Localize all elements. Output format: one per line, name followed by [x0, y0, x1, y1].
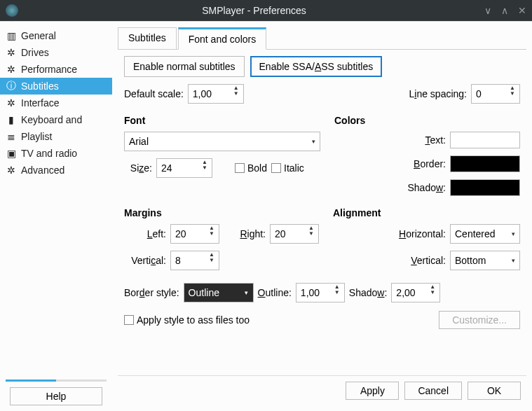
sidebar-item-label: Subtitles — [21, 81, 59, 92]
font-group-label: Font — [124, 115, 320, 126]
default-scale-spinner[interactable]: 1,00▲▼ — [188, 84, 244, 104]
sidebar-item-label: Advanced — [21, 165, 64, 176]
customize-button: Customize... — [439, 311, 520, 329]
bold-checkbox[interactable]: Bold — [235, 162, 267, 174]
sidebar-item-playlist[interactable]: ≣Playlist — [0, 128, 112, 145]
shadow-value-label: Shadow: — [349, 287, 388, 298]
checkbox-box-icon — [124, 315, 134, 325]
sidebar-item-general[interactable]: ▥General — [0, 27, 112, 44]
subtab-normal[interactable]: Enable normal subtitles — [124, 56, 245, 77]
left-margin-label: Left: — [124, 228, 166, 239]
gear-icon: ✲ — [6, 64, 17, 75]
shadow-spinner[interactable]: 2,00▲▼ — [391, 283, 440, 302]
sidebar-item-subtitles[interactable]: ⓘSubtitles — [0, 78, 112, 95]
default-scale-label: Default scale: — [124, 88, 184, 99]
keyboard-icon: ▮ — [6, 114, 17, 125]
size-label: Size: — [124, 162, 152, 174]
vertical-margin-spinner[interactable]: 8▲▼ — [170, 251, 219, 270]
chevron-down-icon[interactable]: ▾ — [308, 133, 318, 150]
spinner-arrows-icon[interactable]: ▲▼ — [202, 160, 210, 176]
colors-group-label: Colors — [334, 115, 520, 126]
line-spacing-spinner[interactable]: 0▲▼ — [471, 84, 520, 104]
gear-icon: ✲ — [6, 97, 17, 109]
minimize-icon[interactable]: ∨ — [484, 5, 491, 16]
size-spinner[interactable]: 24▲▼ — [156, 158, 212, 178]
sidebar-item-label: Playlist — [21, 131, 52, 142]
sidebar-item-label: Interface — [21, 97, 59, 109]
shadow-color-swatch[interactable] — [450, 179, 520, 196]
border-color-label: Border: — [334, 158, 446, 169]
outline-spinner[interactable]: 1,00▲▼ — [296, 283, 345, 302]
sidebar-item-label: Performance — [21, 64, 77, 75]
main-area: Subtitles Font and colors Enable normal … — [112, 22, 532, 411]
gear-icon: ✲ — [6, 47, 17, 58]
chevron-down-icon[interactable]: ▾ — [508, 252, 518, 269]
gear-icon: ✲ — [6, 165, 17, 176]
info-icon: ⓘ — [6, 81, 17, 92]
checkbox-box-icon — [271, 163, 281, 173]
text-color-label: Text: — [334, 134, 446, 146]
border-style-combo[interactable]: Outline▾ — [184, 283, 254, 302]
sidebar-item-advanced[interactable]: ✲Advanced — [0, 162, 112, 179]
close-icon[interactable]: ✕ — [518, 5, 526, 16]
list-icon: ≣ — [6, 131, 17, 142]
text-color-swatch[interactable] — [450, 132, 520, 148]
margins-group-label: Margins — [124, 207, 319, 218]
right-margin-label: Right: — [224, 228, 266, 239]
window-title: SMPlayer - Preferences — [24, 5, 484, 16]
sidebar: ▥General ✲Drives ✲Performance ⓘSubtitles… — [0, 22, 112, 411]
spinner-arrows-icon[interactable]: ▲▼ — [430, 284, 438, 301]
dialog-button-row: Apply Cancel OK — [118, 375, 526, 405]
sidebar-item-performance[interactable]: ✲Performance — [0, 61, 112, 78]
vertical-align-combo[interactable]: Bottom▾ — [450, 251, 520, 270]
border-style-label: Border style: — [124, 287, 179, 298]
sidebar-item-label: Drives — [21, 47, 49, 58]
sidebar-item-interface[interactable]: ✲Interface — [0, 95, 112, 111]
line-spacing-label: Line spacing: — [409, 88, 467, 99]
spinner-arrows-icon[interactable]: ▲▼ — [233, 85, 242, 102]
titlebar: SMPlayer - Preferences ∨ ∧ ✕ — [0, 0, 532, 21]
italic-checkbox[interactable]: Italic — [271, 162, 304, 174]
tv-icon: ▣ — [6, 148, 17, 159]
cancel-button[interactable]: Cancel — [404, 382, 462, 400]
subtab-ssa[interactable]: Enable SSA/ASS subtitles — [250, 56, 383, 77]
app-logo-icon — [6, 4, 18, 17]
apply-ass-checkbox[interactable]: Apply style to ass files too — [124, 314, 250, 326]
right-margin-spinner[interactable]: 20▲▼ — [270, 224, 319, 244]
sliders-icon: ▥ — [6, 30, 17, 41]
sidebar-item-keyboard[interactable]: ▮Keyboard and — [0, 111, 112, 128]
top-tabs: Subtitles Font and colors — [118, 27, 526, 50]
apply-button[interactable]: Apply — [346, 382, 399, 400]
vertical-align-label: Vertical: — [333, 255, 446, 266]
checkbox-box-icon — [235, 163, 245, 173]
vertical-margin-label: Vertical: — [124, 255, 166, 266]
border-color-swatch[interactable] — [450, 155, 520, 172]
spinner-arrows-icon[interactable]: ▲▼ — [209, 225, 217, 242]
ok-button[interactable]: OK — [468, 382, 521, 400]
sidebar-item-label: General — [21, 30, 56, 41]
sidebar-item-drives[interactable]: ✲Drives — [0, 44, 112, 61]
left-margin-spinner[interactable]: 20▲▼ — [170, 224, 219, 244]
sidebar-item-label: Keyboard and — [21, 114, 82, 125]
spinner-arrows-icon[interactable]: ▲▼ — [308, 225, 317, 242]
alignment-group-label: Alignment — [333, 207, 520, 218]
horizontal-align-combo[interactable]: Centered▾ — [450, 224, 520, 244]
tab-font-colors[interactable]: Font and colors — [178, 27, 267, 50]
spinner-arrows-icon[interactable]: ▲▼ — [334, 284, 343, 301]
outline-label: Outline: — [258, 287, 292, 298]
tab-subtitles[interactable]: Subtitles — [118, 27, 177, 49]
maximize-icon[interactable]: ∧ — [501, 5, 508, 16]
shadow-color-label: Shadow: — [334, 182, 446, 193]
chevron-down-icon[interactable]: ▾ — [242, 284, 252, 301]
chevron-down-icon[interactable]: ▾ — [508, 225, 518, 242]
spinner-arrows-icon[interactable]: ▲▼ — [209, 252, 217, 269]
sidebar-item-label: TV and radio — [21, 148, 77, 159]
spinner-arrows-icon[interactable]: ▲▼ — [510, 85, 518, 102]
sidebar-item-tvradio[interactable]: ▣TV and radio — [0, 145, 112, 162]
font-combo[interactable]: Arial▾ — [124, 132, 320, 151]
help-button[interactable]: Help — [10, 387, 102, 405]
horizontal-align-label: Horizontal: — [333, 228, 446, 239]
